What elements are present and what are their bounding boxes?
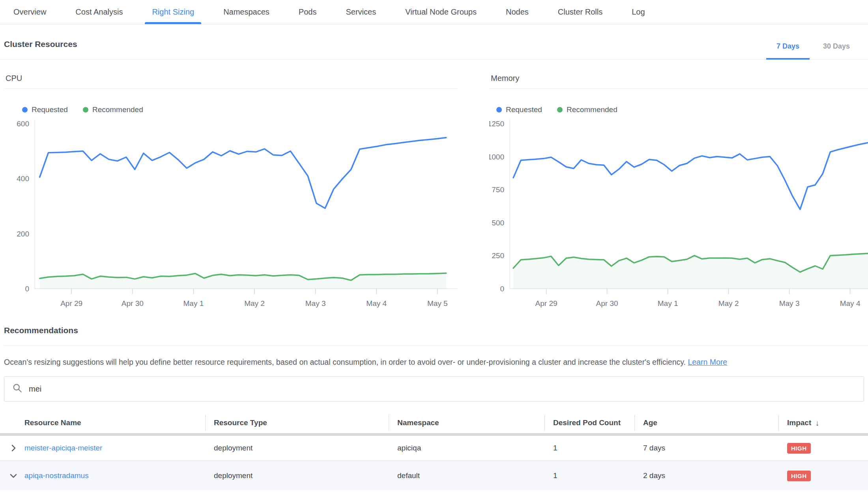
legend-label: Requested xyxy=(506,105,542,114)
period-7-days[interactable]: 7 Days xyxy=(765,42,810,59)
column-header-label: Impact xyxy=(787,418,811,427)
legend-label: Recommended xyxy=(567,105,617,114)
column-header-resource-name: Resource Name xyxy=(0,413,205,433)
tab-nodes[interactable]: Nodes xyxy=(503,0,531,24)
impact-badge: HIGH xyxy=(787,471,811,481)
table-body: meister-apiciqa-meisterdeploymentapiciqa… xyxy=(0,436,868,490)
tab-log[interactable]: Log xyxy=(629,0,647,24)
chevron-right-icon[interactable] xyxy=(8,443,19,454)
svg-text:Apr 30: Apr 30 xyxy=(122,299,144,308)
tab-namespaces[interactable]: Namespaces xyxy=(221,0,272,24)
cpu-chart-title: CPU xyxy=(4,71,458,89)
svg-text:May 3: May 3 xyxy=(779,299,800,308)
column-header-age: Age xyxy=(634,413,778,433)
tab-right-sizing[interactable]: Right Sizing xyxy=(150,0,196,24)
tab-virtual-node-groups[interactable]: Virtual Node Groups xyxy=(403,0,479,24)
svg-text:Apr 29: Apr 29 xyxy=(535,299,557,308)
column-header-label: Age xyxy=(643,418,657,427)
tab-cost-analysis[interactable]: Cost Analysis xyxy=(73,0,125,24)
svg-text:1250: 1250 xyxy=(489,120,504,128)
legend-dot-recommended xyxy=(83,107,88,113)
svg-text:1000: 1000 xyxy=(489,153,504,161)
memory-chart-title: Memory xyxy=(489,71,868,89)
chevron-down-icon[interactable] xyxy=(8,470,19,481)
legend-item-recommended: Recommended xyxy=(557,105,617,114)
search-input[interactable] xyxy=(29,385,856,394)
period-toggle: 7 Days30 Days xyxy=(765,42,868,59)
namespace-cell: apiciqa xyxy=(389,444,544,452)
svg-text:750: 750 xyxy=(492,186,504,194)
cpu-chart-panel: CPU RequestedRecommended 0200400600Apr 2… xyxy=(4,71,458,311)
resource-name-cell: apiqa-nostradamus xyxy=(0,470,205,481)
svg-text:Apr 30: Apr 30 xyxy=(596,299,618,308)
column-header-label: Namespace xyxy=(397,418,439,427)
svg-text:May 1: May 1 xyxy=(658,299,678,308)
tab-overview[interactable]: Overview xyxy=(11,0,49,24)
resource-name-link[interactable]: meister-apiciqa-meister xyxy=(24,444,102,452)
learn-more-link[interactable]: Learn More xyxy=(688,358,727,366)
memory-chart-plot: 025050075010001250Apr 29Apr 30May 1May 2… xyxy=(489,119,868,311)
table-row[interactable]: apiqa-nostradamusdeploymentdefault12 day… xyxy=(0,461,868,490)
cpu-legend: RequestedRecommended xyxy=(22,105,458,114)
column-header-impact[interactable]: Impact↓ xyxy=(778,413,868,433)
tab-bar: OverviewCost AnalysisRight SizingNamespa… xyxy=(0,0,868,24)
search-icon xyxy=(12,383,22,395)
desired-pod-count-cell: 1 xyxy=(544,471,634,480)
legend-label: Requested xyxy=(32,105,68,114)
column-header-desired-pod-count: Desired Pod Count xyxy=(544,413,634,433)
recommendations-description: Ocean's resizing suggestions will help y… xyxy=(4,346,868,368)
svg-text:May 5: May 5 xyxy=(427,299,448,308)
page-title: Cluster Resources xyxy=(4,39,77,59)
cpu-chart-plot: 0200400600Apr 29Apr 30May 1May 2May 3May… xyxy=(4,119,458,311)
resource-name-link[interactable]: apiqa-nostradamus xyxy=(24,471,89,480)
column-header-namespace: Namespace xyxy=(389,413,544,433)
tab-pods[interactable]: Pods xyxy=(296,0,319,24)
impact-cell: HIGH xyxy=(778,443,868,454)
svg-text:0: 0 xyxy=(25,285,29,293)
tab-cluster-rolls[interactable]: Cluster Rolls xyxy=(556,0,605,24)
memory-legend: RequestedRecommended xyxy=(496,105,868,114)
column-header-label: Resource Type xyxy=(214,418,267,427)
svg-text:200: 200 xyxy=(17,230,29,238)
svg-text:0: 0 xyxy=(500,285,504,293)
legend-item-requested: Requested xyxy=(22,105,68,114)
column-header-resource-type: Resource Type xyxy=(205,413,389,433)
period-30-days[interactable]: 30 Days xyxy=(812,42,861,59)
table-header-divider xyxy=(0,433,868,436)
age-cell: 2 days xyxy=(634,471,778,480)
svg-text:500: 500 xyxy=(492,219,504,227)
recommendations-text: Ocean's resizing suggestions will help y… xyxy=(4,358,686,366)
table-row[interactable]: meister-apiciqa-meisterdeploymentapiciqa… xyxy=(0,436,868,461)
sort-descending-icon[interactable]: ↓ xyxy=(815,418,819,428)
age-cell: 7 days xyxy=(634,444,778,452)
desired-pod-count-cell: 1 xyxy=(544,444,634,452)
legend-dot-requested xyxy=(22,107,28,113)
table-header-row: Resource NameResource TypeNamespaceDesir… xyxy=(0,413,868,433)
resource-name-cell: meister-apiciqa-meister xyxy=(0,443,205,454)
legend-label: Recommended xyxy=(92,105,143,114)
recommendations-table: Resource NameResource TypeNamespaceDesir… xyxy=(0,413,868,490)
impact-badge: HIGH xyxy=(787,443,811,454)
namespace-cell: default xyxy=(389,471,544,480)
tab-services[interactable]: Services xyxy=(343,0,378,24)
svg-text:May 1: May 1 xyxy=(183,299,204,308)
cluster-resources-header: Cluster Resources 7 Days30 Days xyxy=(0,24,868,60)
svg-text:600: 600 xyxy=(17,120,29,128)
svg-text:400: 400 xyxy=(17,174,29,183)
column-header-label: Resource Name xyxy=(24,418,81,427)
legend-dot-requested xyxy=(496,107,502,113)
column-header-label: Desired Pod Count xyxy=(553,418,621,427)
recommendations-section: Recommendations Ocean's resizing suggest… xyxy=(0,311,868,368)
impact-cell: HIGH xyxy=(778,471,868,481)
resource-type-cell: deployment xyxy=(205,444,389,452)
resource-type-cell: deployment xyxy=(205,471,389,480)
svg-text:May 3: May 3 xyxy=(305,299,326,308)
svg-text:May 4: May 4 xyxy=(840,299,861,308)
search-bar[interactable] xyxy=(4,376,864,401)
charts-section: CPU RequestedRecommended 0200400600Apr 2… xyxy=(0,60,868,311)
legend-item-recommended: Recommended xyxy=(83,105,143,114)
svg-text:May 2: May 2 xyxy=(718,299,739,308)
svg-text:Apr 29: Apr 29 xyxy=(60,299,82,308)
legend-dot-recommended xyxy=(557,107,563,113)
recommendations-title: Recommendations xyxy=(4,326,868,346)
